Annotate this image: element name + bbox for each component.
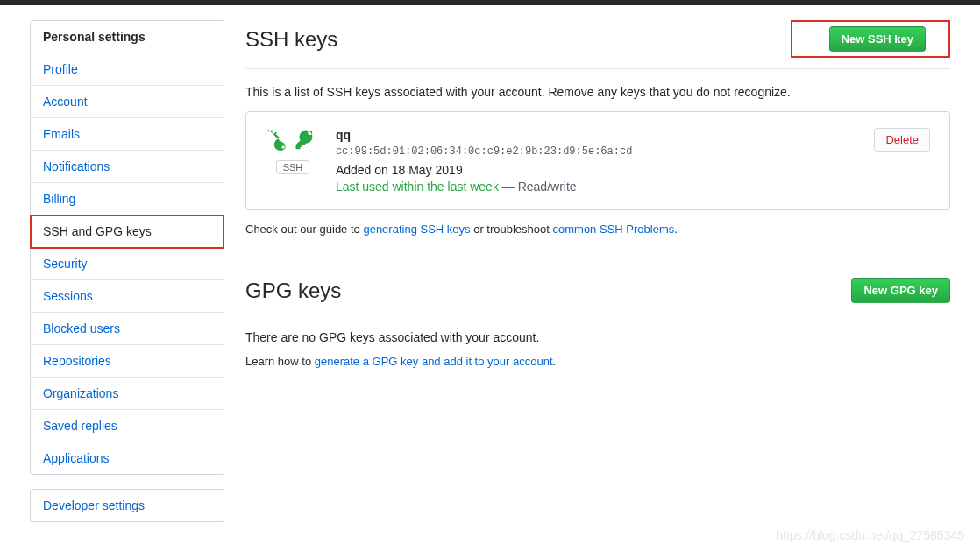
ssh-key-name: qq <box>336 128 859 142</box>
generating-ssh-keys-link[interactable]: generating SSH keys <box>363 223 470 236</box>
new-ssh-key-button[interactable]: New SSH key <box>829 26 926 52</box>
common-ssh-problems-link[interactable]: common SSH Problems <box>553 223 675 236</box>
ssh-title: SSH keys <box>245 27 337 52</box>
ssh-footer-mid: or troubleshoot <box>471 223 553 236</box>
gpg-description: There are no GPG keys associated with yo… <box>245 330 950 344</box>
delete-ssh-key-button[interactable]: Delete <box>874 128 930 152</box>
gpg-section: GPG keys New GPG key There are no GPG ke… <box>245 278 950 368</box>
sidebar-item-ssh-gpg-keys[interactable]: SSH and GPG keys <box>31 215 224 248</box>
ssh-key-icon-column: SSH <box>266 128 320 194</box>
sidebar-item-billing[interactable]: Billing <box>31 183 224 215</box>
gpg-footer-pre: Learn how to <box>245 355 315 368</box>
ssh-section: SSH keys New SSH key This is a list of S… <box>245 20 950 236</box>
gpg-section-header: GPG keys New GPG key <box>245 278 950 314</box>
ssh-key-lastused-rest: — Read/write <box>499 180 577 194</box>
ssh-key-lastused: Last used within the last week — Read/wr… <box>336 180 859 194</box>
sidebar-item-saved-replies[interactable]: Saved replies <box>31 410 224 442</box>
sidebar-item-profile[interactable]: Profile <box>31 53 224 86</box>
ssh-footer: Check out our guide to generating SSH ke… <box>245 223 950 236</box>
sidebar-item-sessions[interactable]: Sessions <box>31 280 224 313</box>
ssh-footer-pre: Check out our guide to <box>245 223 363 236</box>
sidebar: Personal settings Profile Account Emails… <box>30 20 224 522</box>
gpg-footer-end: . <box>553 355 557 368</box>
sidebar-header: Personal settings <box>31 21 224 53</box>
sidebar-item-organizations[interactable]: Organizations <box>31 378 224 410</box>
sidebar-item-account[interactable]: Account <box>31 86 224 118</box>
gpg-footer: Learn how to generate a GPG key and add … <box>245 355 950 368</box>
ssh-description: This is a list of SSH keys associated wi… <box>245 85 950 99</box>
new-ssh-highlight: New SSH key <box>791 20 950 58</box>
ssh-badge: SSH <box>276 160 310 174</box>
gpg-title: GPG keys <box>245 279 341 303</box>
sidebar-item-emails[interactable]: Emails <box>31 118 224 151</box>
ssh-key-details: qq cc:99:5d:01:02:06:34:0c:c9:e2:9b:23:d… <box>336 128 859 194</box>
sidebar-item-blocked-users[interactable]: Blocked users <box>31 313 224 345</box>
ssh-key-added: Added on 18 May 2019 <box>336 163 859 177</box>
new-gpg-key-button[interactable]: New GPG key <box>851 278 950 303</box>
ssh-key-fingerprint: cc:99:5d:01:02:06:34:0c:c9:e2:9b:23:d9:5… <box>336 145 859 158</box>
sidebar-item-applications[interactable]: Applications <box>31 442 224 474</box>
sidebar-item-repositories[interactable]: Repositories <box>31 345 224 378</box>
main-content: SSH keys New SSH key This is a list of S… <box>245 20 950 522</box>
ssh-footer-end: . <box>674 223 678 236</box>
generate-gpg-key-link[interactable]: generate a GPG key and add it to your ac… <box>315 355 553 368</box>
ssh-key-item: SSH qq cc:99:5d:01:02:06:34:0c:c9:e2:9b:… <box>245 111 950 210</box>
page-container: Personal settings Profile Account Emails… <box>0 5 980 537</box>
sidebar-item-notifications[interactable]: Notifications <box>31 151 224 183</box>
ssh-key-lastused-green: Last used within the last week <box>336 180 499 194</box>
ssh-section-header: SSH keys New SSH key <box>245 20 950 69</box>
sidebar-item-developer-settings[interactable]: Developer settings <box>30 489 224 522</box>
key-icon <box>266 128 320 155</box>
sidebar-group-personal: Personal settings Profile Account Emails… <box>30 20 224 475</box>
sidebar-item-security[interactable]: Security <box>31 248 224 280</box>
